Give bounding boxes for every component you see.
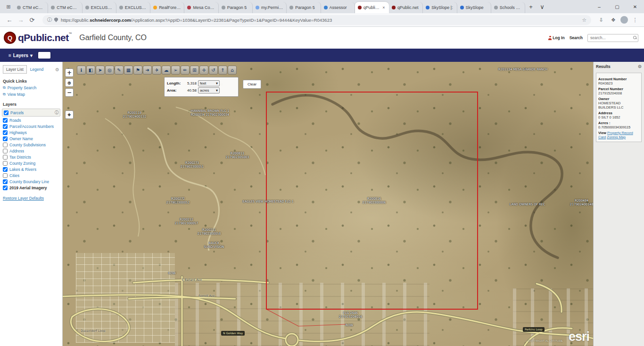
tab-ctm-econ-2[interactable]: CTM eCon... xyxy=(48,2,82,13)
shield-icon[interactable] xyxy=(54,17,58,22)
minimize-button[interactable]: – xyxy=(590,0,608,13)
layer-2019-aerial-imagery[interactable]: 2019 Aerial Imagery xyxy=(3,186,59,190)
new-tab-button[interactable]: + xyxy=(525,1,537,12)
tab-mesa-county[interactable]: Mesa Cou... xyxy=(184,2,218,13)
layer-parcels[interactable]: Parcels ⓘ xyxy=(2,109,60,117)
locate-button[interactable]: ⌖ xyxy=(65,110,74,119)
tab-ctm-econ-1[interactable]: CTM eCon... xyxy=(14,2,48,13)
layer-lakes-rivers[interactable]: Lakes & Rivers xyxy=(3,167,59,172)
nav-sales-list[interactable] xyxy=(102,52,111,59)
header-search-input[interactable] xyxy=(587,34,638,42)
zoom-in-button[interactable]: + xyxy=(65,68,74,77)
next-extent-tool[interactable]: ➢ xyxy=(171,66,180,75)
forward-button[interactable]: → xyxy=(15,17,26,24)
basemap-tool[interactable]: ☁ xyxy=(162,66,171,75)
layer-roads[interactable]: Roads xyxy=(3,118,59,123)
layer-county-boundary-line[interactable]: County Boundary Line xyxy=(3,179,59,184)
tab-skyslope-2[interactable]: SkySlope xyxy=(457,2,491,13)
select-tool[interactable]: ➤ xyxy=(96,66,105,75)
layer-checkbox[interactable] xyxy=(3,186,8,190)
restore-layer-defaults-link[interactable]: Restore Layer Defaults xyxy=(3,196,44,201)
maximize-button[interactable]: ▢ xyxy=(608,0,626,13)
layer-checkbox[interactable] xyxy=(3,155,8,160)
nav-map[interactable] xyxy=(38,52,50,59)
profile-avatar[interactable] xyxy=(620,16,628,24)
zoning-map-link[interactable]: Zoning Map xyxy=(607,135,626,139)
tab-qpublic-active[interactable]: qPublic... × xyxy=(355,2,389,13)
reload-button[interactable]: ⟳ xyxy=(26,17,38,24)
nav-advanced-search[interactable] xyxy=(68,52,77,59)
area-unit-select[interactable]: acres▾ xyxy=(198,87,220,93)
tab-schools-edu[interactable]: Schools & Edu... xyxy=(491,2,525,13)
header-search-link[interactable]: Search xyxy=(570,35,583,40)
center-tool[interactable]: ✛ xyxy=(199,66,208,75)
draw-line-tool[interactable]: ✎ xyxy=(115,66,124,75)
tab-my-permit[interactable]: my.Permit... xyxy=(253,2,287,13)
layer-checkbox[interactable] xyxy=(3,161,8,166)
clear-measurement-button[interactable]: Clear xyxy=(243,80,261,89)
layer-highways[interactable]: Highways xyxy=(3,130,59,135)
tab-search-button[interactable]: ⊞ xyxy=(3,1,14,12)
results-gear-icon[interactable]: ⚙ xyxy=(638,64,642,69)
zoom-box-tool[interactable]: ◎ xyxy=(105,66,114,75)
bookmark-star-icon[interactable]: ☆ xyxy=(582,17,586,23)
tab-list-menu-button[interactable]: ∨ xyxy=(537,1,548,12)
layer-checkbox[interactable] xyxy=(4,110,8,115)
marker-tool[interactable]: ⚑ xyxy=(133,66,142,75)
export-tool[interactable]: ⇑ xyxy=(218,66,227,75)
tab-skyslope-1[interactable]: SkySlope |: xyxy=(423,2,457,13)
layer-parcel-account-numbers[interactable]: Parcel/Account Numbers xyxy=(3,124,59,129)
extensions-icon[interactable]: ❖ xyxy=(608,17,619,23)
nav-home[interactable] xyxy=(119,52,128,59)
quicklink-view-map[interactable]: ⧉ View Map xyxy=(3,92,59,97)
result-card[interactable]: Account Number R043623 Parcel Number 217… xyxy=(596,73,642,142)
qpublic-logo-icon[interactable]: Q xyxy=(4,32,16,44)
zoom-out-button[interactable]: − xyxy=(65,88,74,97)
length-unit-select[interactable]: feet▾ xyxy=(198,80,220,86)
nav-results[interactable] xyxy=(60,52,68,59)
tab-realforeclose[interactable]: RealForecl... xyxy=(150,2,184,13)
browser-menu-icon[interactable]: ⋮ xyxy=(630,17,640,23)
layer-checkbox[interactable] xyxy=(3,149,8,153)
download-icon[interactable]: ⇩ xyxy=(596,17,606,23)
layer-checkbox[interactable] xyxy=(3,118,8,123)
tab-qpublic-net[interactable]: qPublic.net xyxy=(389,2,423,13)
edit-tool[interactable]: ✏ xyxy=(181,66,190,75)
layers-tool[interactable]: ◧ xyxy=(86,66,95,75)
sidebar-gear-icon[interactable]: ⚙ xyxy=(55,67,59,72)
nav-sales-result[interactable] xyxy=(111,52,119,59)
previous-extent-tool[interactable]: ↺ xyxy=(209,66,218,75)
layer-tax-districts[interactable]: Tax Districts xyxy=(3,155,59,160)
tab-paragon5-2[interactable]: Paragon 5 xyxy=(287,2,321,13)
search-icon[interactable] xyxy=(633,36,636,39)
tab-exclusive-1[interactable]: EXCLUSIVE... xyxy=(83,2,116,13)
tab-close-icon[interactable]: × xyxy=(381,5,386,10)
nav-property-record-card[interactable] xyxy=(85,52,94,59)
layers-menu-button[interactable]: ≡ Layers ▾ xyxy=(4,51,37,60)
fly-to-tool[interactable]: ✈ xyxy=(152,66,161,75)
layer-checkbox[interactable] xyxy=(3,143,8,147)
layer-cities[interactable]: Cities xyxy=(3,173,59,178)
layer-county-zoning[interactable]: County Zoning xyxy=(3,161,59,166)
address-bar[interactable]: ⓘ https://qpublic.schneidercorp.com/Appl… xyxy=(42,15,591,25)
tab-layer-list[interactable]: Layer List xyxy=(3,65,27,74)
grid-tool[interactable]: ⊞ xyxy=(190,66,199,75)
info-tool[interactable]: ℹ xyxy=(77,66,86,75)
layer-checkbox[interactable] xyxy=(3,179,8,184)
tab-exclusive-2[interactable]: EXCLUSIVE... xyxy=(116,2,150,13)
home-extent-tool[interactable]: ⌂ xyxy=(228,66,237,75)
layer-checkbox[interactable] xyxy=(3,136,8,141)
tab-legend[interactable]: Legend xyxy=(30,67,43,72)
close-button[interactable]: ✕ xyxy=(626,0,644,13)
pan-tool[interactable]: ➜ xyxy=(143,66,152,75)
nav-advanced-results[interactable] xyxy=(77,52,85,59)
login-link[interactable]: Log In xyxy=(548,35,565,40)
measure-area-tool[interactable]: ▦ xyxy=(124,66,133,75)
tab-assessor[interactable]: Assessor xyxy=(321,2,355,13)
back-button[interactable]: ← xyxy=(4,17,15,24)
layer-checkbox[interactable] xyxy=(3,124,8,129)
layer-checkbox[interactable] xyxy=(3,167,8,172)
qpublic-logo-text[interactable]: qPublic.net™ xyxy=(18,32,72,43)
layer-checkbox[interactable] xyxy=(3,130,8,135)
layer-owner-name[interactable]: Owner Name xyxy=(3,136,59,141)
